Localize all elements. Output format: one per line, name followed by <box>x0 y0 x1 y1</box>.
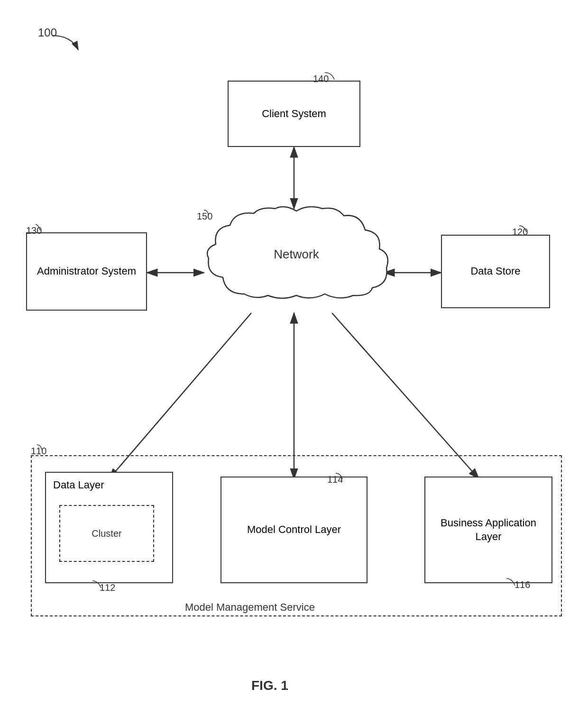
ref-150-curve <box>194 208 213 218</box>
ref-130-curve <box>24 222 47 234</box>
network-cloud: Network <box>197 206 396 318</box>
cluster-label: Cluster <box>92 528 121 539</box>
ref-114-curve <box>325 471 349 483</box>
ref-110-curve <box>28 442 47 452</box>
data-store-box: Data Store <box>441 235 550 308</box>
main-ref-arrow <box>47 33 85 57</box>
svg-line-8 <box>332 313 479 479</box>
ref-116-curve <box>493 576 522 589</box>
cluster-box: Cluster <box>59 505 154 562</box>
diagram: 100 Client System 140 Administrator Syst… <box>0 0 588 725</box>
administrator-system-box: Administrator System <box>26 232 147 311</box>
ref-112-curve <box>78 578 107 592</box>
figure-label: FIG. 1 <box>251 678 288 693</box>
svg-text:Network: Network <box>274 247 319 261</box>
business-application-layer-box: Business Application Layer <box>424 477 552 583</box>
model-management-label: Model Management Service <box>185 601 315 614</box>
model-control-layer-box: Model Control Layer <box>220 477 368 583</box>
ref-120-curve <box>510 223 533 235</box>
data-layer-label: Data Layer <box>53 478 104 492</box>
svg-line-6 <box>109 313 251 479</box>
cloud-svg: Network <box>197 206 396 318</box>
ref-140-curve <box>311 70 339 84</box>
client-system-box: Client System <box>228 81 360 147</box>
